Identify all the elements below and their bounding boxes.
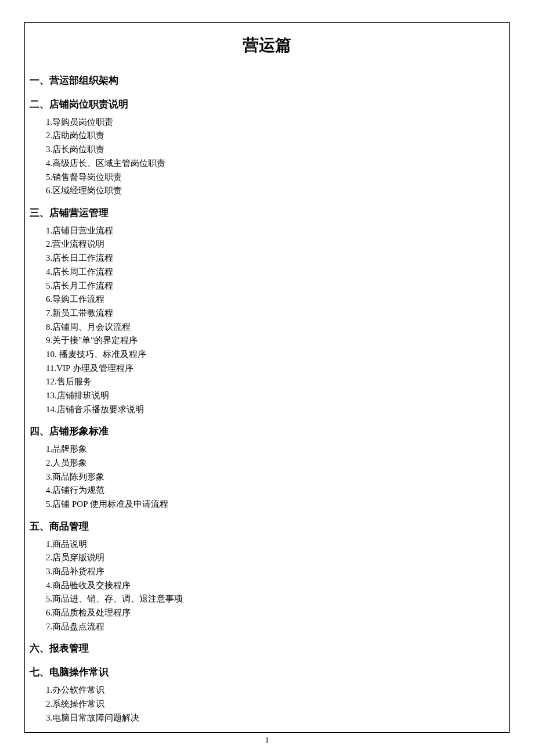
list-item: 1.商品说明: [46, 538, 504, 552]
section-item-list: 1.办公软件常识 2.系统操作常识 3.电脑日常故障问题解决: [30, 683, 504, 725]
list-item: 3.店长岗位职责: [46, 143, 504, 157]
list-item: 5.商品进、销、存、调、退注意事项: [46, 592, 504, 606]
section-heading: 七、电脑操作常识: [30, 664, 504, 681]
section-item-list: 1.导购员岗位职责 2.店助岗位职责 3.店长岗位职责 4.高级店长、区域主管岗…: [30, 116, 504, 198]
list-item: 4.店长周工作流程: [46, 265, 504, 279]
list-item: 5.店长月工作流程: [46, 279, 504, 293]
section-heading: 二、店铺岗位职责说明: [30, 96, 504, 113]
list-item: 3.商品补货程序: [46, 565, 504, 579]
section-heading: 四、店铺形象标准: [30, 423, 504, 440]
list-item: 6.商品质检及处理程序: [46, 606, 504, 620]
list-item: 3.电脑日常故障问题解决: [46, 711, 504, 725]
section-heading: 五、商品管理: [30, 519, 504, 535]
list-item: 5.店铺 POP 使用标准及申请流程: [46, 498, 504, 512]
list-item: 5.销售督导岗位职责: [46, 171, 504, 185]
list-item: 7.新员工带教流程: [46, 307, 504, 321]
list-item: 12.售后服务: [46, 375, 504, 389]
list-item: 13.店铺排班说明: [46, 389, 504, 403]
section-heading: 六、报表管理: [30, 640, 504, 657]
list-item: 3.店长日工作流程: [46, 251, 504, 265]
list-item: 1.导购员岗位职责: [46, 116, 504, 129]
section-item-list: 1.品牌形象 2.人员形象 3.商品陈列形象 4.店铺行为规范 5.店铺 POP…: [30, 442, 504, 511]
section-item-list: 1.店铺日营业流程 2.营业流程说明 3.店长日工作流程 4.店长周工作流程 5…: [30, 224, 504, 417]
section-item-list: 1.商品说明 2.店员穿版说明 3.商品补货程序 4.商品验收及交接程序 5.商…: [30, 538, 504, 634]
list-item: 2.系统操作常识: [46, 697, 504, 711]
page-number: 1: [0, 736, 534, 746]
list-item: 8.店铺周、月会议流程: [46, 321, 504, 334]
list-item: 14.店铺音乐播放要求说明: [46, 403, 504, 417]
list-item: 4.高级店长、区域主管岗位职责: [46, 157, 504, 171]
list-item: 1.店铺日营业流程: [46, 224, 504, 238]
list-item: 3.商品陈列形象: [46, 470, 504, 484]
list-item: 4.店铺行为规范: [46, 484, 504, 498]
list-item: 9.关于接"单"的界定程序: [46, 334, 504, 348]
list-item: 7.商品盘点流程: [46, 620, 504, 634]
list-item: 10. 播麦技巧、标准及程序: [46, 348, 504, 362]
list-item: 11.VIP 办理及管理程序: [46, 362, 504, 376]
page-content-frame: 营运篇 一、营运部组织架构 二、店铺岗位职责说明 1.导购员岗位职责 2.店助岗…: [24, 22, 510, 733]
section-heading: 三、店铺营运管理: [30, 205, 504, 222]
list-item: 2.店助岗位职责: [46, 129, 504, 143]
document-title: 营运篇: [30, 34, 504, 56]
list-item: 6.区域经理岗位职责: [46, 184, 504, 198]
list-item: 6.导购工作流程: [46, 293, 504, 307]
list-item: 1.品牌形象: [46, 442, 504, 456]
list-item: 2.营业流程说明: [46, 237, 504, 251]
list-item: 2.人员形象: [46, 456, 504, 470]
list-item: 1.办公软件常识: [46, 683, 504, 697]
list-item: 4.商品验收及交接程序: [46, 579, 504, 593]
section-heading: 一、营运部组织架构: [30, 73, 504, 89]
list-item: 2.店员穿版说明: [46, 551, 504, 565]
